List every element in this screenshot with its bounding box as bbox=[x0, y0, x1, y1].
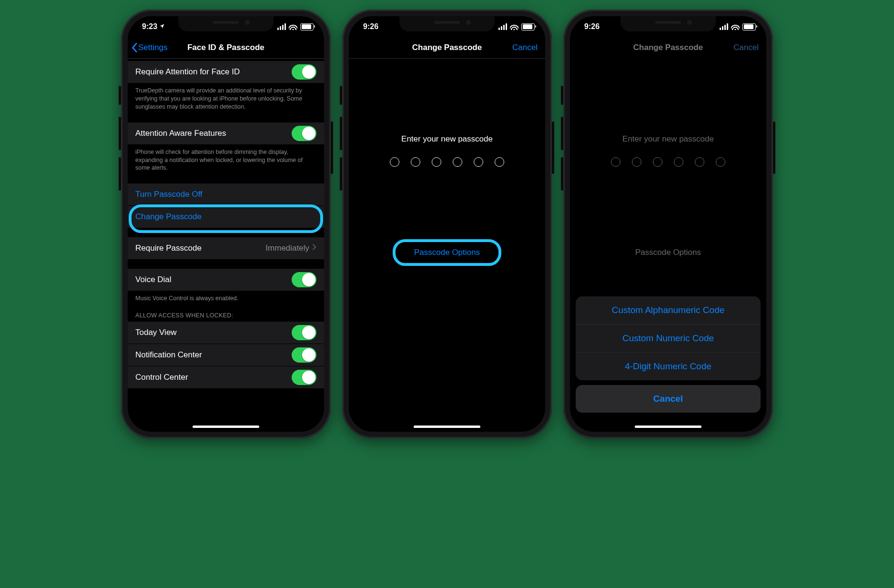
passcode-dots bbox=[349, 157, 545, 167]
notch bbox=[399, 16, 495, 31]
row-label: Change Passcode bbox=[135, 212, 316, 222]
nav-title: Change Passcode bbox=[633, 43, 703, 52]
home-indicator[interactable] bbox=[193, 426, 259, 428]
sheet-option-numeric[interactable]: Custom Numeric Code bbox=[576, 324, 761, 352]
row-label: Attention Aware Features bbox=[135, 129, 292, 138]
settings-list[interactable]: Require Attention for Face ID TrueDepth … bbox=[128, 58, 324, 432]
row-label: Today View bbox=[135, 328, 292, 337]
screen-settings: 9:23 Settings Face ID & Passcode Requi bbox=[128, 16, 324, 432]
toggle-on[interactable] bbox=[292, 64, 316, 80]
signal-icon bbox=[498, 23, 507, 30]
row-value: Immediately bbox=[265, 243, 309, 253]
row-attention-aware[interactable]: Attention Aware Features bbox=[128, 122, 324, 144]
wifi-icon bbox=[731, 24, 740, 30]
signal-icon bbox=[277, 23, 286, 30]
action-sheet: Custom Alphanumeric Code Custom Numeric … bbox=[576, 296, 761, 413]
status-time: 9:26 bbox=[584, 22, 599, 31]
home-indicator[interactable] bbox=[414, 426, 480, 428]
phone-frame-2: 9:26 Change Passcode Cancel Enter your n… bbox=[342, 10, 552, 438]
passcode-prompt: Enter your new passcode bbox=[349, 134, 545, 144]
phone-frame-1: 9:23 Settings Face ID & Passcode Requi bbox=[121, 10, 331, 438]
toggle-on[interactable] bbox=[292, 347, 316, 363]
notch bbox=[620, 16, 716, 31]
back-button[interactable]: Settings bbox=[132, 42, 167, 53]
nav-bar: Change Passcode Cancel bbox=[570, 37, 766, 59]
row-require-attention[interactable]: Require Attention for Face ID bbox=[128, 61, 324, 83]
nav-title: Face ID & Passcode bbox=[187, 43, 264, 52]
row-require-passcode[interactable]: Require Passcode Immediately bbox=[128, 237, 324, 259]
wifi-icon bbox=[510, 24, 518, 30]
screen-change-passcode: 9:26 Change Passcode Cancel Enter your n… bbox=[349, 16, 545, 432]
screen-passcode-options-sheet: 9:26 Change Passcode Cancel Enter your n… bbox=[570, 16, 766, 432]
nav-title: Change Passcode bbox=[412, 43, 482, 52]
row-notification-center[interactable]: Notification Center bbox=[128, 344, 324, 366]
row-label: Voice Dial bbox=[135, 275, 292, 284]
back-chevron-icon bbox=[132, 42, 138, 53]
row-label: Turn Passcode Off bbox=[135, 190, 316, 199]
passcode-options-button[interactable]: Passcode Options bbox=[349, 248, 545, 257]
back-label: Settings bbox=[138, 43, 167, 52]
status-time: 9:26 bbox=[363, 22, 378, 31]
cancel-button[interactable]: Cancel bbox=[733, 43, 759, 52]
signal-icon bbox=[720, 23, 728, 30]
passcode-dots bbox=[570, 157, 766, 167]
battery-icon bbox=[521, 23, 535, 30]
row-voice-dial[interactable]: Voice Dial bbox=[128, 269, 324, 291]
nav-bar: Change Passcode Cancel bbox=[349, 37, 545, 59]
toggle-on[interactable] bbox=[292, 370, 316, 385]
row-label: Notification Center bbox=[135, 350, 292, 360]
passcode-entry: Enter your new passcode Passcode Options bbox=[349, 58, 545, 432]
row-footer: TrueDepth camera will provide an additio… bbox=[128, 83, 324, 113]
row-today-view[interactable]: Today View bbox=[128, 322, 324, 344]
battery-icon bbox=[742, 23, 756, 30]
sheet-option-four-digit[interactable]: 4-Digit Numeric Code bbox=[576, 352, 761, 380]
cancel-button[interactable]: Cancel bbox=[512, 43, 538, 52]
row-label: Require Attention for Face ID bbox=[135, 67, 292, 77]
row-footer: iPhone will check for attention before d… bbox=[128, 144, 324, 174]
row-change-passcode[interactable]: Change Passcode bbox=[128, 205, 324, 228]
home-indicator[interactable] bbox=[635, 426, 701, 428]
wifi-icon bbox=[289, 24, 297, 30]
toggle-on[interactable] bbox=[292, 325, 316, 340]
action-sheet-group: Custom Alphanumeric Code Custom Numeric … bbox=[576, 296, 761, 380]
row-turn-passcode-off[interactable]: Turn Passcode Off bbox=[128, 183, 324, 205]
row-label: Require Passcode bbox=[135, 243, 265, 253]
location-icon bbox=[159, 22, 165, 31]
sheet-option-alphanumeric[interactable]: Custom Alphanumeric Code bbox=[576, 296, 761, 324]
sheet-cancel-button[interactable]: Cancel bbox=[576, 385, 761, 413]
nav-bar: Settings Face ID & Passcode bbox=[128, 37, 324, 59]
row-label: Control Center bbox=[135, 373, 292, 382]
toggle-on[interactable] bbox=[292, 126, 316, 141]
row-footer: Music Voice Control is always enabled. bbox=[128, 291, 324, 304]
phone-frame-3: 9:26 Change Passcode Cancel Enter your n… bbox=[563, 10, 773, 438]
section-header: Allow Access When Locked: bbox=[128, 304, 324, 322]
notch bbox=[178, 16, 274, 31]
row-control-center[interactable]: Control Center bbox=[128, 366, 324, 388]
disclosure-chevron-icon bbox=[312, 243, 316, 253]
passcode-prompt: Enter your new passcode bbox=[570, 134, 766, 144]
toggle-on[interactable] bbox=[292, 272, 316, 287]
passcode-options-button: Passcode Options bbox=[570, 248, 766, 257]
battery-icon bbox=[300, 23, 314, 30]
status-time: 9:23 bbox=[142, 22, 157, 31]
